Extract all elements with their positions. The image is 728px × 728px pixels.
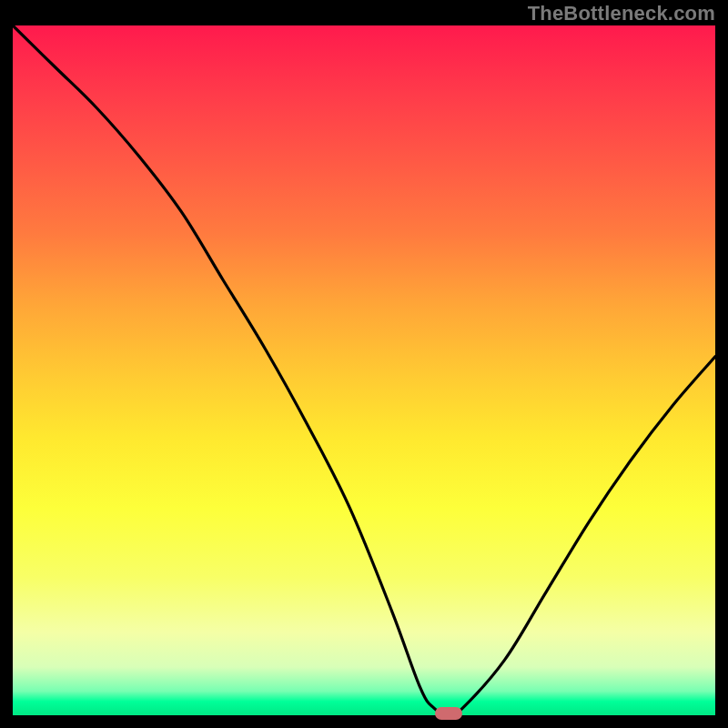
optimum-marker: [435, 707, 462, 720]
bottleneck-curve: [13, 25, 715, 715]
plot-area: [13, 25, 715, 715]
curve-path: [13, 25, 715, 715]
watermark-text: TheBottleneck.com: [528, 2, 715, 25]
chart-frame: TheBottleneck.com: [0, 0, 728, 728]
